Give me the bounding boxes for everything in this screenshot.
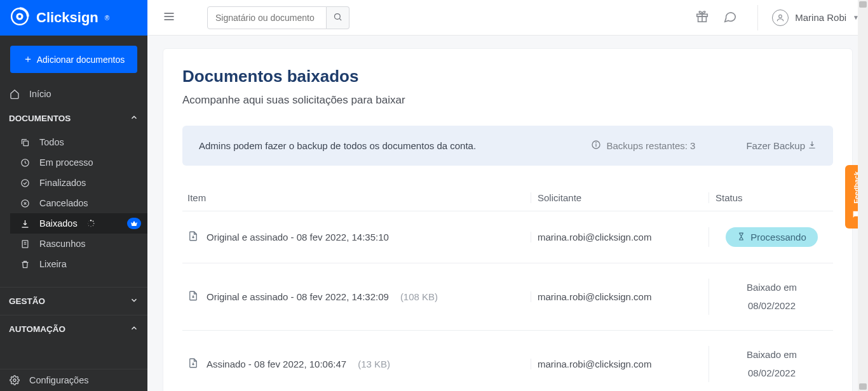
sidebar-item-label: Cancelados <box>39 198 88 208</box>
content-card: Documentos baixados Acompanhe aqui suas … <box>163 48 853 391</box>
file-download-icon <box>187 289 199 304</box>
chevron-up-icon <box>130 113 139 124</box>
logo-text: Clicksign <box>36 10 98 26</box>
svg-point-8 <box>92 221 93 222</box>
logo-icon <box>10 6 30 29</box>
topbar: Marina Robi ▼ <box>147 0 868 36</box>
sidebar-item-cancelados[interactable]: Cancelados <box>10 193 147 213</box>
page-subtitle: Acompanhe aqui suas solicitações para ba… <box>182 94 833 107</box>
download-icon <box>808 140 817 151</box>
sidebar-item-label: Finalizados <box>39 178 86 188</box>
svg-point-7 <box>90 220 91 221</box>
chevron-down-icon <box>130 296 139 307</box>
search-icon <box>333 12 342 23</box>
sidebar-item-em-processo[interactable]: Em processo <box>10 152 147 173</box>
scroll-arrow-down-icon <box>859 383 867 390</box>
sidebar-item-label: Lixeira <box>39 259 67 269</box>
row-item-name: Original e assinado - 08 fev 2022, 14:32… <box>207 291 389 302</box>
svg-rect-3 <box>24 141 29 146</box>
user-menu[interactable]: Marina Robi ▼ <box>757 5 859 30</box>
section-label: GESTÃO <box>9 296 45 306</box>
backup-banner: Admins podem fazer o backup de todos os … <box>182 126 833 166</box>
svg-point-28 <box>596 142 597 143</box>
sidebar-item-label: Início <box>29 89 51 99</box>
x-circle-icon <box>19 199 31 208</box>
copy-icon <box>19 138 31 147</box>
user-avatar-icon <box>772 10 789 26</box>
add-documents-label: Adicionar documentos <box>37 55 125 65</box>
add-documents-button[interactable]: ＋ Adicionar documentos <box>10 46 137 73</box>
info-icon <box>591 140 601 152</box>
downloads-table: Item Solicitante Status Original e assin… <box>182 185 833 391</box>
svg-point-13 <box>87 223 88 223</box>
file-download-icon <box>187 230 199 244</box>
search-input[interactable] <box>207 6 327 29</box>
table-row[interactable]: Assinado - 08 fev 2022, 10:06:47 (13 KB)… <box>182 331 833 391</box>
page-title: Documentos baixados <box>182 67 833 86</box>
sidebar-item-lixeira[interactable]: Lixeira <box>10 254 147 274</box>
row-item-name: Original e assinado - 08 fev 2022, 14:35… <box>207 232 389 242</box>
draft-icon <box>19 239 31 249</box>
user-name: Marina Robi <box>795 12 846 23</box>
sidebar-item-label: Baixados <box>39 218 78 229</box>
status-downloaded: Baixado em 08/02/2022 <box>747 279 797 315</box>
row-item-size: (13 KB) <box>358 359 390 369</box>
plus-icon: ＋ <box>23 53 33 66</box>
search-button[interactable] <box>327 6 349 29</box>
sidebar-item-home[interactable]: Início <box>0 83 147 105</box>
svg-point-12 <box>88 225 89 226</box>
table-row[interactable]: Original e assinado - 08 fev 2022, 14:32… <box>182 263 833 331</box>
row-requester: marina.robi@clicksign.com <box>531 232 709 242</box>
file-download-icon <box>187 357 199 371</box>
sidebar-item-label: Em processo <box>39 157 93 168</box>
main: Marina Robi ▼ Documentos baixados Acompa… <box>147 0 868 391</box>
sidebar-item-settings[interactable]: Configurações <box>0 369 147 391</box>
sidebar-item-label: Configurações <box>29 375 89 385</box>
section-gestao[interactable]: GESTÃO <box>0 287 147 315</box>
logo-bar[interactable]: Clicksign ® <box>0 0 147 36</box>
hamburger-icon[interactable] <box>163 10 175 25</box>
search-wrap <box>207 6 349 29</box>
svg-point-20 <box>335 13 341 19</box>
svg-point-11 <box>90 226 91 227</box>
svg-point-5 <box>21 179 28 186</box>
svg-point-10 <box>92 225 93 227</box>
loading-spinner-icon <box>86 219 95 228</box>
sidebar: Clicksign ® ＋ Adicionar documentos Iníci… <box>0 0 147 391</box>
svg-point-16 <box>13 379 16 381</box>
table-header: Item Solicitante Status <box>182 185 833 211</box>
svg-point-25 <box>779 15 782 18</box>
status-pill-processing: Processando <box>726 227 818 247</box>
table-row[interactable]: Original e assinado - 08 fev 2022, 14:35… <box>182 211 833 263</box>
check-circle-icon <box>19 178 31 188</box>
row-item-size: (108 KB) <box>400 291 438 302</box>
home-icon <box>9 89 20 99</box>
backup-remaining: Backups restantes: 3 <box>591 140 695 152</box>
page-scrollbar[interactable] <box>858 0 868 391</box>
gear-icon <box>9 375 20 385</box>
chevron-up-icon <box>130 324 139 335</box>
backup-text: Admins podem fazer o backup de todos os … <box>199 140 591 151</box>
premium-badge-icon <box>127 218 141 229</box>
col-header-item: Item <box>187 192 531 203</box>
backup-action-link[interactable]: Fazer Backup <box>746 140 817 151</box>
download-icon <box>19 219 31 229</box>
sidebar-item-baixados[interactable]: Baixados <box>10 213 147 234</box>
sidebar-item-label: Rascunhos <box>39 239 86 249</box>
section-label: DOCUMENTOS <box>9 114 71 123</box>
section-automacao[interactable]: AUTOMAÇÃO <box>0 315 147 343</box>
chat-icon[interactable] <box>723 10 737 26</box>
clock-icon <box>19 158 31 168</box>
col-header-requester: Solicitante <box>531 192 709 203</box>
svg-point-9 <box>93 223 94 224</box>
sidebar-item-todos[interactable]: Todos <box>10 132 147 152</box>
status-downloaded: Baixado em 08/02/2022 <box>747 346 797 382</box>
gift-icon[interactable] <box>695 10 709 26</box>
sidebar-item-rascunhos[interactable]: Rascunhos <box>10 234 147 254</box>
trademark-icon: ® <box>105 15 109 22</box>
section-documents[interactable]: DOCUMENTOS <box>0 105 147 132</box>
sidebar-item-finalizados[interactable]: Finalizados <box>10 173 147 193</box>
svg-line-21 <box>339 18 341 20</box>
row-item-name: Assinado - 08 fev 2022, 10:06:47 <box>207 359 346 369</box>
svg-point-14 <box>88 221 89 222</box>
